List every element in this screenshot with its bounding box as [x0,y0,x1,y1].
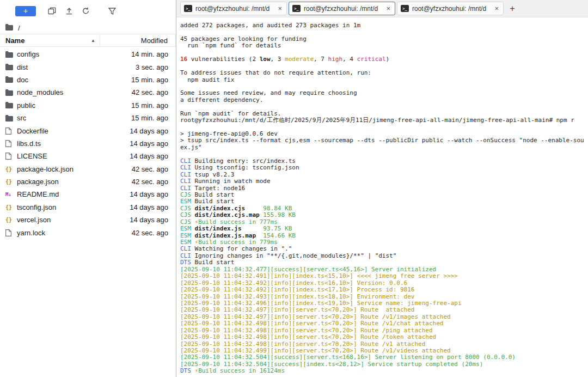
file-name: tsconfig.json [17,203,130,211]
file-modified: 14 days ago [130,127,170,135]
file-name: vercel.json [17,216,130,224]
tab-strip: >_root@yfzxzhouhui: /mnt/d×>_root@yfzxzh… [180,2,504,15]
file-name: README.md [17,190,130,198]
column-header-modified[interactable]: Modified [100,34,176,46]
terminal-line: 16 vulnerabilities (2 low, 3 moderate, 7… [180,56,588,63]
terminal-line: npm audit fix [180,77,588,83]
file-row[interactable]: LICENSE14 days ago [0,150,176,162]
file-row[interactable]: src15 min. ago [0,112,176,124]
column-header-name[interactable]: Name ▲ [0,34,100,46]
terminal-icon: >_ [184,5,192,12]
copy-icon[interactable] [48,7,57,15]
file-row[interactable]: {}package.json42 sec. ago [0,175,176,188]
terminal-line: CLI Using tsconfig: tsconfig.json [180,165,588,171]
new-tab-button[interactable]: + [505,2,519,15]
terminal-line: CLI Target: node16 [180,185,588,192]
tab-title: root@yfzxzhouhui: /mnt/d [412,5,490,13]
file-modified: 42 sec. ago [132,165,170,173]
file-row[interactable]: configs14 min. ago [0,48,176,60]
tab-title: root@yfzxzhouhui: /mnt/d [195,5,273,13]
folder-icon [5,102,17,108]
json-icon: {} [5,179,17,185]
terminal-tab[interactable]: >_root@yfzxzhouhui: /mnt/d× [180,2,287,15]
file-name: Dockerfile [17,127,130,135]
file-row[interactable]: node_modules42 sec. ago [0,86,176,99]
file-modified: 14 days ago [130,216,170,224]
terminal-icon: >_ [401,5,409,12]
markdown-icon: M↓ [5,192,17,197]
terminal-tab[interactable]: >_root@yfzxzhouhui: /mnt/d× [397,2,504,15]
add-button[interactable]: + [15,6,36,16]
file-row[interactable]: {}package-lock.json42 sec. ago [0,163,176,175]
file-modified: 42 sec. ago [132,88,170,96]
file-list: configs14 min. agodist3 sec. agodoc15 mi… [0,47,176,377]
terminal-line: DTS ⚡Build success in 16124ms [180,368,588,374]
terminal-output[interactable]: added 272 packages, and audited 273 pack… [176,17,588,377]
folder-icon [5,24,13,32]
file-modified: 15 min. ago [131,114,170,122]
file-name: configs [17,50,131,58]
terminal-tab-bar: >_root@yfzxzhouhui: /mnt/d×>_root@yfzxzh… [176,0,588,17]
terminal-line: run `npm fund` for details [180,42,588,49]
close-icon[interactable]: × [385,4,391,13]
terminal-line: CLI Ignoring changes in "**/{.git,node_m… [180,253,588,259]
file-row[interactable]: dist3 sec. ago [0,60,176,73]
terminal-line: root@yfzxzhouhui:/mnt/d/工作临时/2025/9月/202… [180,117,588,124]
file-row[interactable]: {}vercel.json14 days ago [0,214,176,226]
close-icon[interactable]: × [277,4,283,13]
file-modified: 15 min. ago [131,76,170,84]
file-modified: 14 days ago [130,190,170,198]
file-icon [5,127,17,135]
file-modified: 42 sec. ago [132,178,170,186]
file-row[interactable]: Dockerfile14 days ago [0,124,176,137]
json-icon: {} [5,204,17,210]
file-row[interactable]: yarn.lock42 sec. ago [0,226,176,239]
file-name: yarn.lock [17,229,132,237]
sort-asc-icon: ▲ [91,38,95,43]
terminal-line: CJS Build start [180,192,588,198]
file-modified: 3 sec. ago [136,63,170,71]
file-modified: 14 days ago [130,203,170,211]
file-name: node_modules [17,88,132,96]
file-modified: 14 days ago [130,152,170,160]
file-name: package-lock.json [17,165,132,173]
file-name: src [17,114,131,122]
terminal-tab[interactable]: >_root@yfzxzhouhui: /mnt/d× [289,2,395,15]
folder-icon [5,51,17,58]
folder-icon [5,115,17,121]
file-modified: 14 days ago [130,139,170,148]
file-explorer-panel: + / Name ▲ Modified [0,0,176,377]
filter-icon[interactable] [108,8,116,15]
file-row[interactable]: doc15 min. ago [0,74,176,86]
file-icon [5,140,17,147]
file-modified: 15 min. ago [131,101,170,110]
file-list-header: Name ▲ Modified [0,34,176,47]
refresh-icon[interactable] [82,7,90,15]
terminal-line: added 272 packages, and audited 273 pack… [180,22,588,29]
json-icon: {} [5,217,17,223]
file-name: dist [17,63,136,71]
terminal-icon: >_ [292,5,301,12]
upload-icon[interactable] [65,7,73,15]
terminal-line: ex.js" [180,144,588,151]
file-icon [5,229,17,236]
file-row[interactable]: M↓README.md14 days ago [0,188,176,200]
current-path: / [18,24,20,32]
file-modified: 14 min. ago [131,50,170,58]
file-name: LICENSE [17,152,130,160]
terminal-line: To address issues that do not require at… [180,70,588,76]
file-row[interactable]: public15 min. ago [0,99,176,112]
file-toolbar: + [0,0,176,22]
app-window: + / Name ▲ Modified [0,0,588,377]
folder-icon [5,76,17,83]
current-path-row[interactable]: / [0,22,176,34]
file-row[interactable]: libs.d.ts14 days ago [0,137,176,150]
tab-title: root@yfzxzhouhui: /mnt/d [304,5,382,13]
close-icon[interactable]: × [493,4,500,13]
file-row[interactable]: {}tsconfig.json14 days ago [0,201,176,214]
file-name: package.json [17,178,132,186]
file-name: doc [17,76,131,84]
file-icon [5,153,17,160]
folder-icon [5,89,17,96]
terminal-line: a different dependency. [180,97,588,104]
